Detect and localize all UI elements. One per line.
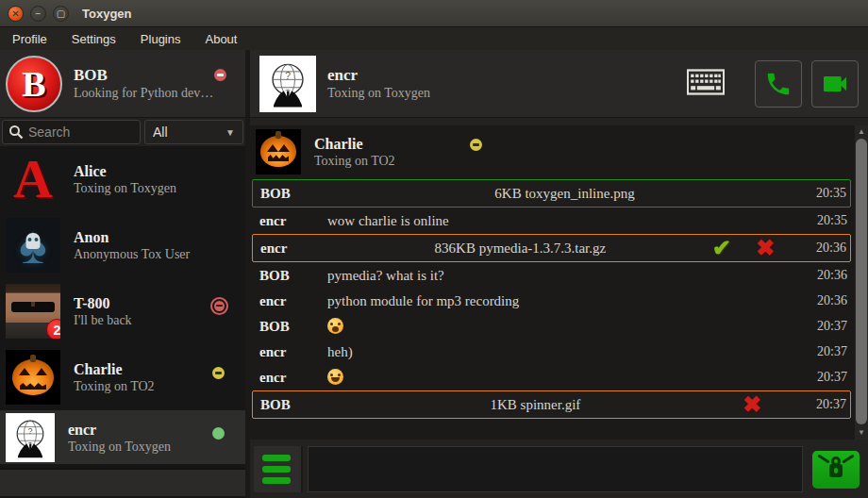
close-window-button[interactable]: ✕ <box>8 6 24 22</box>
contact-status-message: Anonymous Tox User <box>74 247 190 262</box>
message-time: 20:37 <box>801 397 850 412</box>
chat-header: ? encr Toxing on Toxygen <box>250 50 868 117</box>
menu-bar: Profile Settings Plugins About <box>0 27 868 50</box>
contact-name: Charlie <box>74 360 155 379</box>
contact-t800[interactable]: 2 T-800 I'll be back <box>0 278 245 344</box>
menu-profile[interactable]: Profile <box>0 32 59 46</box>
left-footer-panel <box>0 468 245 496</box>
message-sender: BOB <box>252 319 327 335</box>
history-scrollbar[interactable]: ▲ ▼ <box>855 125 868 440</box>
contact-name: Alice <box>74 162 176 181</box>
charlie-avatar <box>256 129 301 174</box>
message-file-transfer[interactable]: BOB 1KB spinner.gif ✖ 20:37 <box>252 390 851 419</box>
message-file-transfer[interactable]: BOB 6KB toxygen_inline.png 20:35 <box>252 179 851 208</box>
message-text: pymedia? what is it? <box>327 268 802 284</box>
pumpkin-icon <box>260 136 296 167</box>
message-time: 20:36 <box>802 268 851 283</box>
message-sender: encr <box>253 241 328 257</box>
contact-status-message: Toxing on TO2 <box>74 379 155 394</box>
t800-avatar: 2 <box>6 284 60 339</box>
scroll-down-arrow[interactable]: ▼ <box>855 427 868 439</box>
menu-plugins[interactable]: Plugins <box>128 32 193 46</box>
toxygen-window: ✕ − ▢ Toxygen Profile Settings Plugins A… <box>0 0 868 498</box>
file-name: 6KB toxygen_inline.png <box>328 186 801 202</box>
svg-text:?: ? <box>285 71 291 81</box>
filter-value: All <box>153 124 168 140</box>
message-time: 20:37 <box>802 370 851 385</box>
self-avatar: B <box>6 56 62 112</box>
contact-anon[interactable]: ♠ Anon Anonymous Tox User <box>0 212 245 278</box>
smileys-menu-button[interactable] <box>254 446 303 492</box>
message-sender: encr <box>252 293 327 309</box>
message-time: 20:37 <box>802 344 851 359</box>
send-encrypted-icon <box>812 451 860 489</box>
online-status-icon <box>212 427 225 440</box>
send-message-button[interactable] <box>808 446 864 492</box>
audio-call-button[interactable] <box>755 60 802 108</box>
self-status-message: Looking for Python dev… <box>74 86 213 101</box>
contact-encr[interactable]: ? encr Toxing on Toxygen <box>0 410 245 464</box>
file-name: 836KB pymedia-1.3.7.3.tar.gz <box>328 241 712 257</box>
keyboard-icon[interactable] <box>687 69 725 99</box>
header: B BOB Looking for Python dev… ? <box>0 50 868 118</box>
contact-status-message: Toxing on Toxygen <box>74 181 176 196</box>
message-time: 20:36 <box>802 293 851 308</box>
message-sender: encr <box>252 344 327 360</box>
message-sender: encr <box>252 213 327 229</box>
chat-panel: Charlie Toxing on TO2 BOB 6KB toxygen_in… <box>250 118 868 498</box>
contact-alice[interactable]: A Alice Toxing on Toxygen <box>0 146 245 212</box>
history-contact-charlie[interactable]: Charlie Toxing on TO2 <box>250 125 853 177</box>
contact-name: Charlie <box>314 135 395 154</box>
message: encr wow charlie is online 20:35 <box>252 208 851 233</box>
video-call-button[interactable] <box>811 60 859 108</box>
contact-filter-dropdown[interactable]: All ▼ <box>144 120 243 144</box>
message-text: python module for mp3 recording <box>327 293 802 309</box>
self-name: BOB <box>74 66 213 85</box>
menu-settings[interactable]: Settings <box>59 32 128 46</box>
contacts-panel: All ▼ A Alice Toxing on Toxygen ♠ <box>0 118 250 498</box>
scroll-up-arrow[interactable]: ▲ <box>855 126 868 138</box>
alice-avatar: A <box>6 152 60 207</box>
message-sender: BOB <box>253 186 328 202</box>
menu-about[interactable]: About <box>192 32 249 46</box>
message-sender: BOB <box>253 397 328 413</box>
message: encr python module for mp3 recording 20:… <box>252 289 851 313</box>
accept-file-button[interactable]: ✔ <box>712 237 731 259</box>
message-history: Charlie Toxing on TO2 BOB 6KB toxygen_in… <box>250 125 868 440</box>
hamburger-icon <box>262 455 291 461</box>
chat-contact-status-message: Toxing on Toxygen <box>327 86 430 101</box>
message-file-transfer[interactable]: encr 836KB pymedia-1.3.7.3.tar.gz ✔ ✖ 20… <box>252 234 851 262</box>
encr-avatar: ? <box>6 413 55 462</box>
message: BOB 20:37 <box>252 314 851 339</box>
maximize-window-button[interactable]: ▢ <box>53 6 69 22</box>
contact-name: Anon <box>74 228 190 247</box>
anon-avatar: ♠ <box>6 218 60 273</box>
svg-text:?: ? <box>28 425 33 435</box>
message: BOB pymedia? what is it? 20:36 <box>252 263 851 288</box>
contact-list: A Alice Toxing on Toxygen ♠ Anon Anonymo… <box>0 146 245 498</box>
search-box[interactable] <box>2 120 141 144</box>
message-sender: encr <box>252 370 327 386</box>
sunglasses-icon <box>11 302 55 312</box>
contact-name: encr <box>68 421 171 440</box>
unread-badge: 2 <box>46 319 60 339</box>
scrollbar-thumb[interactable] <box>856 139 867 424</box>
message-time: 20:37 <box>802 319 851 334</box>
message-time: 20:35 <box>802 213 851 228</box>
message: encr 20:37 <box>252 365 851 390</box>
chat-contact-avatar: ? <box>259 56 316 112</box>
message-text: wow charlie is online <box>327 213 802 229</box>
decline-file-button[interactable]: ✖ <box>743 393 761 416</box>
minimize-window-button[interactable]: − <box>30 6 46 22</box>
self-busy-status-icon <box>214 69 226 81</box>
phone-icon <box>764 70 793 98</box>
search-input[interactable] <box>28 124 134 140</box>
pumpkin-icon <box>12 359 54 395</box>
message-time: 20:36 <box>801 241 850 256</box>
shocked-emoji-icon <box>327 318 343 334</box>
message-input[interactable] <box>308 446 803 492</box>
self-profile[interactable]: B BOB Looking for Python dev… <box>0 50 250 117</box>
contact-charlie[interactable]: Charlie Toxing on TO2 <box>0 344 245 410</box>
window-title: Toxygen <box>82 7 132 21</box>
decline-file-button[interactable]: ✖ <box>756 237 775 259</box>
